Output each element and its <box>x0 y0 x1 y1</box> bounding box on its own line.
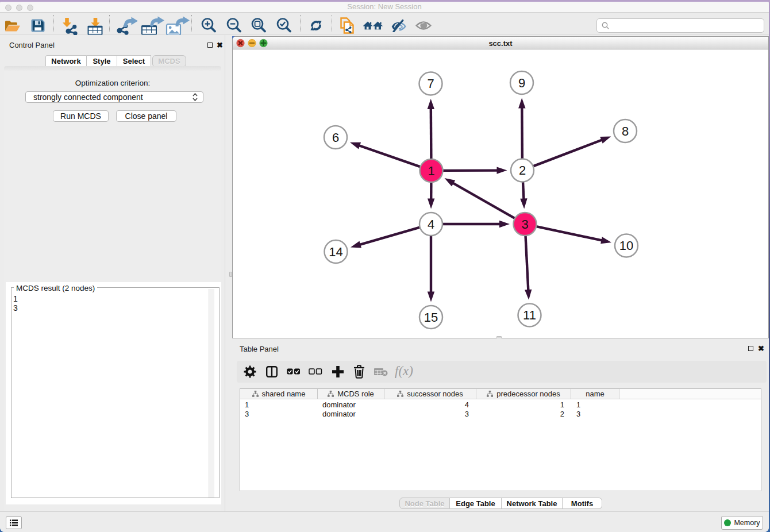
svg-text:14: 14 <box>329 245 342 259</box>
svg-text:3: 3 <box>521 217 528 232</box>
svg-text:10: 10 <box>619 238 633 253</box>
svg-text:7: 7 <box>427 76 434 91</box>
svg-text:15: 15 <box>424 310 438 325</box>
svg-text:1: 1 <box>428 164 434 178</box>
svg-text:9: 9 <box>518 76 525 90</box>
svg-text:11: 11 <box>523 308 536 322</box>
svg-text:8: 8 <box>622 124 629 138</box>
svg-text:2: 2 <box>519 163 526 178</box>
svg-text:6: 6 <box>332 130 339 145</box>
svg-text:4: 4 <box>428 217 434 232</box>
